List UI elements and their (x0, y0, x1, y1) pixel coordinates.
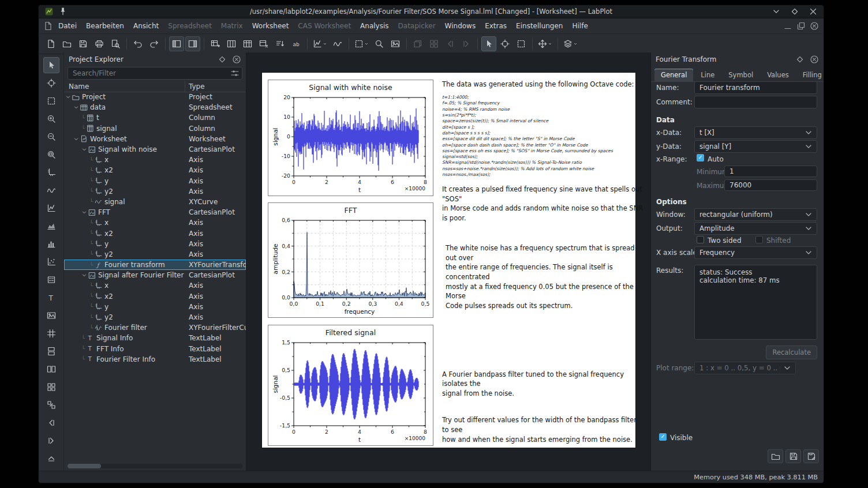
format-text-button[interactable]: ab (289, 36, 304, 51)
tab-symbol[interactable]: Symbol (722, 69, 760, 81)
plot-fft[interactable]: FFT 0,00,10,20,30,40,50,00,20,40,6freque… (268, 202, 433, 318)
print-preview-button[interactable] (108, 36, 123, 51)
expander-icon[interactable] (81, 147, 87, 152)
search-input[interactable] (68, 67, 242, 80)
signal-info-text[interactable]: It creates a pulsed fixed frequency sine… (442, 185, 644, 223)
remove-cells-button[interactable] (256, 36, 271, 51)
menu-ansicht[interactable]: Ansicht (129, 20, 163, 32)
close-panel-button[interactable] (232, 55, 241, 64)
toggle-project-explorer-button[interactable] (169, 36, 184, 51)
menu-worksheet[interactable]: Worksheet (248, 20, 294, 32)
horizontal-layout-button[interactable] (43, 361, 59, 377)
new-curve-button[interactable] (330, 36, 345, 51)
tree-item-y[interactable]: └yAxis (64, 302, 246, 312)
float-panel-button[interactable] (218, 55, 227, 64)
float-dock-button[interactable] (795, 55, 805, 64)
tab-line[interactable]: Line (694, 69, 721, 81)
tree-item-x2[interactable]: └x2Axis (64, 291, 246, 302)
window-select[interactable]: rectangular (uniform) (694, 208, 817, 221)
save-project-button[interactable] (76, 36, 91, 51)
y-data-select[interactable]: signal [Y] (694, 140, 817, 153)
add-axis-button[interactable] (43, 164, 59, 181)
tree-item-data[interactable]: dataSpreadsheet (64, 102, 246, 112)
presenter-mode-button[interactable] (562, 36, 579, 51)
menu-hilfe[interactable]: Hilfe (567, 20, 592, 32)
add-legend-button[interactable] (43, 272, 59, 288)
tree-item-signal-after-fourier-filter[interactable]: Signal after Fourier FilterCartesianPlot (64, 270, 246, 280)
zoom-select-button[interactable] (353, 36, 371, 51)
crosshair-cursor-button[interactable] (43, 75, 59, 91)
shift-up-y-button[interactable] (43, 451, 59, 467)
tree-item-signal[interactable]: └signalColumn (64, 123, 246, 134)
add-plot-button[interactable] (43, 200, 59, 216)
expander-icon[interactable] (81, 209, 87, 215)
new-project-button[interactable] (43, 36, 58, 51)
horizontal-scrollbar[interactable] (68, 464, 242, 468)
auto-label[interactable]: Auto (708, 155, 724, 163)
new-plot-button[interactable] (311, 36, 329, 51)
export-image-button[interactable] (388, 36, 403, 51)
visible-label[interactable]: Visible (670, 434, 693, 442)
expander-icon[interactable] (81, 272, 87, 278)
tree-item-fourier-filter-info[interactable]: └TFourier Filter InfoTextLabel (64, 354, 246, 365)
tree-item-fourier-filter[interactable]: └Fourier filterXYFourierFilterCurve (64, 322, 246, 333)
mdi-minimize-button[interactable] (783, 21, 792, 31)
two-sided-label[interactable]: Two sided (708, 237, 742, 245)
tree-item-signal-with-noise[interactable]: Signal with noiseCartesianPlot (64, 144, 246, 155)
zoom-fit-button[interactable] (43, 147, 59, 163)
fft-info-text[interactable]: The white noise has a frequency spectrum… (446, 243, 642, 311)
grid-layout-button[interactable] (43, 379, 59, 395)
menu-einstellungen[interactable]: Einstellungen (511, 20, 567, 32)
crosshair-mode-button[interactable] (497, 36, 512, 51)
menu-windows[interactable]: Windows (440, 20, 481, 32)
column-header-type[interactable]: Type (185, 82, 205, 91)
expander-icon[interactable] (65, 94, 71, 100)
shift-left-x-button[interactable] (43, 415, 59, 431)
add-xy-curve-button[interactable] (43, 182, 59, 198)
spreadsheet-view-button[interactable] (240, 36, 255, 51)
worksheet-page[interactable]: Signal with white noise 02468-20-1001020… (262, 73, 635, 448)
pin-icon[interactable] (58, 7, 68, 16)
select-mode-button[interactable] (481, 36, 496, 51)
comment-input[interactable] (694, 96, 817, 108)
add-scatter-plot-button[interactable] (43, 254, 59, 270)
tab-values[interactable]: Values (761, 69, 795, 81)
output-select[interactable]: Amplitude (694, 222, 817, 235)
select-pointer-button[interactable] (43, 57, 59, 73)
tab-general[interactable]: General (654, 69, 693, 81)
tree-item-project[interactable]: ProjectProject (64, 92, 246, 102)
menu-extras[interactable]: Extras (480, 20, 511, 32)
add-area-curve-button[interactable] (43, 218, 59, 234)
visible-checkbox[interactable] (659, 433, 667, 441)
redo-button[interactable] (147, 36, 162, 51)
menu-analysis[interactable]: Analysis (356, 20, 393, 32)
signal-info-heading[interactable]: The data was generated using the followi… (442, 80, 638, 89)
add-text-label-button[interactable]: T (43, 290, 59, 306)
magnifier-button[interactable] (372, 36, 387, 51)
add-bar-chart-button[interactable] (43, 236, 59, 252)
auto-checkbox[interactable] (697, 154, 704, 162)
print-button[interactable] (92, 36, 107, 51)
tree-item-y[interactable]: └yAxis (64, 239, 246, 249)
column-header-name[interactable]: Name (64, 81, 185, 92)
tree-item-x2[interactable]: └x2Axis (64, 228, 246, 238)
tree-item-fft[interactable]: FFTCartesianPlot (64, 207, 246, 217)
open-project-button[interactable] (59, 36, 74, 51)
vertical-layout-button[interactable] (43, 343, 59, 359)
tree-item-signal[interactable]: └signalXYCurve (64, 197, 246, 207)
name-input[interactable] (694, 81, 817, 94)
tree-item-signal-info[interactable]: └TSignal InfoTextLabel (64, 333, 246, 343)
select-region-button[interactable] (43, 93, 59, 109)
tree-item-y[interactable]: └yAxis (64, 176, 246, 186)
octave-code[interactable]: t=1:1:4000;f=.05; % Signal frequencynois… (442, 95, 638, 178)
x-axis-scale-select[interactable]: Frequency (694, 246, 817, 259)
close-dock-button[interactable] (810, 55, 819, 64)
insert-column-button[interactable] (224, 36, 239, 51)
tree-item-y2[interactable]: └y2Axis (64, 186, 246, 197)
tree-item-fourier-transform[interactable]: └ƒFourier transformXYFourierTransformCur… (64, 260, 246, 270)
tree-item-worksheet[interactable]: WorksheetWorksheet (64, 134, 246, 144)
tree-item-x[interactable]: └xAxis (64, 280, 246, 291)
fourier-filter-info-text[interactable]: A Fourier bandpass filter tuned to the s… (442, 360, 644, 454)
save-as-default-button[interactable] (803, 449, 819, 463)
filter-options-icon[interactable] (230, 69, 240, 78)
